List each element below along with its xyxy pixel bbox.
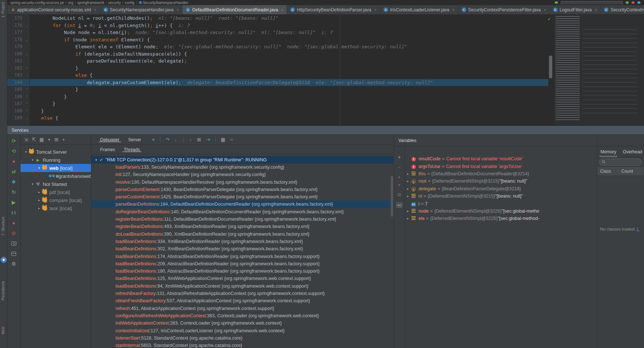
variable-expander-icon[interactable]: ▸ — [405, 179, 411, 183]
gutter-line-number[interactable]: 180⌄ — [7, 50, 29, 58]
code-line[interactable]: NodeList nl = root.getChildNodes(); nl: … — [30, 15, 548, 22]
toolbar-refresh-icon[interactable]: ↻ — [11, 189, 17, 195]
breadcrumb-segment[interactable]: org — [68, 1, 73, 5]
tab-memory[interactable]: Memory — [597, 146, 620, 157]
editor-tab[interactable]: CIrisContextLoaderListener.java× — [380, 5, 458, 14]
tree-item-web[interactable]: ▾web[local] — [20, 164, 91, 172]
stack-frame-row[interactable]: parseCustomElement:1425, BeanDefinitionP… — [91, 193, 394, 201]
close-icon[interactable]: × — [452, 8, 454, 12]
gutter-line-number[interactable]: 178⌄ — [7, 36, 29, 44]
search-input[interactable] — [599, 158, 642, 166]
gutter-line-number[interactable]: 175 — [7, 15, 29, 22]
toolbar-force-step-into-icon[interactable]: ↓ — [182, 137, 185, 142]
toolbar-step-into-icon[interactable]: ↓ — [175, 137, 177, 142]
toolbar-step-over-icon[interactable]: ↷ — [166, 137, 170, 142]
stack-frame-row[interactable]: loadParsers:133, SecurityNamespaceHandle… — [91, 164, 394, 171]
variable-expander-icon[interactable]: ▸ — [405, 172, 411, 176]
toolbar-view-breakpoints-icon[interactable]: ● — [11, 220, 17, 226]
gutter-line-number[interactable]: 187⌃ — [7, 100, 29, 108]
gutter-line-number[interactable]: 185⌃ — [7, 86, 29, 93]
stack-frame-row[interactable]: loadBeanDefinitions:209, AbstractBeanDef… — [91, 260, 394, 267]
stack-frame-row[interactable]: initWebApplicationContext:283, ContextLo… — [91, 319, 394, 327]
editor-tab[interactable]: CSecurityNamespaceHandler.java× — [100, 5, 183, 14]
run-button[interactable] — [555, 1, 558, 4]
toolbar-show-execution-point-icon[interactable]: ≡ — [152, 137, 155, 142]
fold-marker-icon[interactable]: ⌃ — [26, 93, 28, 101]
stripe-label-persistence[interactable]: Persistence — [1, 281, 5, 300]
tab-overhead[interactable]: Overhead — [620, 146, 644, 157]
tab-frames[interactable]: Frames — [96, 147, 120, 152]
editor-scrollbar-thumb[interactable] — [549, 56, 552, 78]
code-line[interactable]: for (int i = 0; i < nl.getLength(); i++)… — [30, 22, 548, 29]
code-minimap[interactable] — [554, 15, 644, 126]
tree-item-tomcat-server[interactable]: ▾Tomcat Server — [20, 148, 91, 156]
toolbar-add-service-icon[interactable]: + — [62, 137, 65, 142]
toolbar-mute-breakpoints-icon[interactable]: ⊘ — [11, 230, 17, 236]
chevron-down-icon[interactable]: ▾ — [94, 158, 99, 162]
stack-frame-row[interactable]: parseCustomElement:1430, BeanDefinitionP… — [91, 186, 394, 193]
code-line[interactable]: } — [30, 108, 548, 115]
load-classes-link[interactable]: L — [637, 227, 639, 231]
fold-marker-icon[interactable]: ⌄ — [26, 50, 28, 58]
fold-marker-icon[interactable]: ⌃ — [26, 65, 28, 72]
variable-row-root[interactable]: ▸proot={DeferredElementNSImpl@3215} "[be… — [405, 177, 597, 185]
editor-tab[interactable]: CDefaultBeanDefinitionDocumentReader.jav… — [182, 5, 287, 14]
close-icon[interactable]: × — [177, 8, 179, 12]
editor-code-area[interactable]: NodeList nl = root.getChildNodes(); nl: … — [30, 15, 548, 126]
code-line[interactable]: Element ele = (Element) node; ele: "[sec… — [30, 43, 548, 50]
stack-frame-row[interactable]: parseBeanDefinitions:184, DefaultBeanDef… — [91, 201, 394, 208]
fold-marker-icon[interactable]: ⌃ — [26, 108, 28, 115]
editor-tab[interactable]: CSecurityContextPersistenceFilter.java× — [458, 5, 550, 14]
tree-item-task[interactable]: ▸task[local] — [20, 204, 91, 212]
tree-item-compare[interactable]: ▸compare[local] — [20, 196, 91, 204]
tree-item-running[interactable]: ▾▶Running — [20, 156, 91, 164]
close-icon[interactable]: × — [543, 8, 546, 12]
editor-tab[interactable]: applicationContext-security-nocas.xml× — [7, 5, 100, 14]
tab-debugger[interactable]: Debugger — [96, 137, 124, 142]
code-line[interactable]: delegate.parseCustomElement(ele); delega… — [30, 79, 548, 86]
variable-expander-icon[interactable]: ▸ — [405, 187, 411, 191]
stack-frame-row[interactable]: doLoadBeanDefinitions:390, XmlBeanDefini… — [91, 231, 394, 238]
toolbar-move-down-icon[interactable]: ▼ — [398, 183, 401, 187]
stack-frame-row[interactable]: startInternal:5653, StandardContext {org… — [91, 342, 394, 348]
fold-marker-icon[interactable]: ⌄ — [26, 115, 28, 122]
breadcrumb-segment[interactable]: security — [108, 1, 121, 5]
fold-marker-icon[interactable]: ⌄ — [26, 22, 28, 29]
code-line[interactable]: Node node = nl.item(i); node: "[sec:glob… — [30, 29, 548, 36]
toolbar-settings-gear-icon[interactable]: ⚙ — [11, 261, 17, 267]
stack-frame-row[interactable]: init:127, SecurityNamespaceHandler {org.… — [91, 171, 394, 178]
tree-expander-icon[interactable]: ▸ — [37, 198, 42, 202]
stack-frame-row[interactable]: loadBeanDefinitions:125, XmlWebApplicati… — [91, 275, 394, 282]
stack-frame-row[interactable]: doRegisterBeanDefinitions:140, DefaultBe… — [91, 208, 394, 216]
toolbar-step-out-icon[interactable]: ↑ — [190, 137, 192, 142]
stack-frame-row[interactable]: obtainFreshBeanFactory:537, AbstractAppl… — [91, 297, 394, 304]
stack-frame-row[interactable]: loadBeanDefinitions:302, XmlBeanDefiniti… — [91, 245, 394, 252]
stack-frame-row[interactable]: contextInitialized:127, IrisContextLoade… — [91, 327, 394, 334]
editor-tab[interactable]: CHttpSecurityBeanDefinitionParser.java× — [287, 5, 380, 14]
stack-frame-row[interactable]: registerBeanDefinitions:493, XmlBeanDefi… — [91, 223, 394, 230]
toolbar-evaluate-expression-icon[interactable]: ▦ — [221, 137, 225, 142]
toolbar-pause-program-icon[interactable]: ❚❚ — [11, 209, 17, 216]
variable-row-ele[interactable]: ▸ele={DeferredElementNSImpl@3225} "[sec:… — [405, 215, 597, 222]
variable-row-delegate[interactable]: ▸pdelegate={BeanDefinitionParserDelegate… — [405, 185, 597, 192]
variable-row-this[interactable]: ▸this={DefaultBeanDefinitionDocumentRead… — [405, 170, 597, 177]
toolbar-update-application-icon[interactable]: ⇄ — [11, 168, 17, 175]
toolbar-restart-debugger-icon[interactable]: ⟲ — [11, 148, 17, 154]
toolbar-more-settings-icon[interactable]: ≡ — [230, 137, 233, 142]
code-line[interactable]: } — [30, 65, 548, 72]
gutter-line-number[interactable]: 184 — [7, 79, 29, 86]
stack-frame-row[interactable]: loadBeanDefinitions:180, AbstractBeanDef… — [91, 267, 394, 275]
tree-expander-icon[interactable]: ▾ — [23, 150, 29, 154]
code-line[interactable]: } — [30, 86, 548, 93]
toolbar-filter-icon[interactable]: ▼ — [48, 138, 51, 142]
code-line[interactable]: else { — [30, 72, 548, 79]
code-editor[interactable]: 175176⌄177178⌄179180⌄181182⌃183⌄184185⌃1… — [7, 15, 644, 126]
stack-frame-row[interactable]: listenerStart:5128, StandardContext {org… — [91, 334, 394, 342]
fold-marker-icon[interactable]: ⌄ — [26, 72, 28, 79]
stripe-label--structure[interactable]: 7: Structure — [1, 217, 5, 236]
stack-frame-row[interactable]: refresh:451, AbstractApplicationContext … — [91, 305, 394, 312]
debug-button[interactable] — [626, 1, 629, 4]
gutter-line-number[interactable]: 182⌃ — [7, 65, 29, 72]
column-count[interactable]: Count — [618, 169, 633, 174]
tab-threads[interactable]: Threads — [120, 147, 144, 152]
